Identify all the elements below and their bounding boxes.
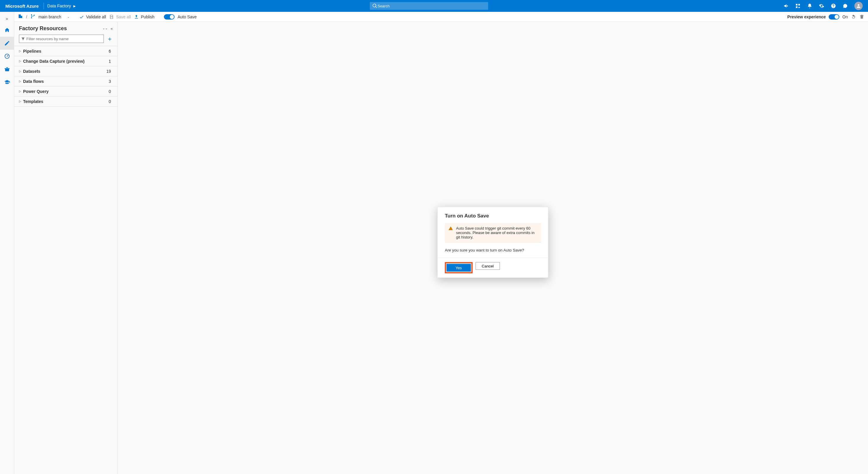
chevron-right-icon: ▷ <box>19 60 23 63</box>
nav-home[interactable] <box>0 24 14 37</box>
pencil-icon <box>4 40 10 46</box>
autosave-label: Auto Save <box>178 14 197 19</box>
header-icons <box>780 0 866 12</box>
settings-icon[interactable] <box>816 0 827 12</box>
search-icon <box>372 3 377 8</box>
service-breadcrumb[interactable]: Data Factory ▶ <box>45 4 78 8</box>
graduation-icon <box>4 79 10 85</box>
upload-icon <box>134 14 139 20</box>
save-icon <box>109 14 114 20</box>
resource-category[interactable]: ▷ Power Query 0 <box>14 86 118 96</box>
delete-button[interactable] <box>859 14 864 20</box>
save-all-button[interactable]: Save all <box>109 14 131 20</box>
cancel-button[interactable]: Cancel <box>476 262 500 270</box>
chevron-right-icon: ▷ <box>19 100 23 103</box>
collapse-panel-icon[interactable]: « <box>111 26 113 31</box>
warning-icon <box>448 226 453 240</box>
autosave-dialog: Turn on Auto Save Auto Save could trigge… <box>438 207 549 278</box>
preview-toggle[interactable] <box>829 14 839 20</box>
factory-resources-panel: Factory Resources ⌄⌄ « ＋ ▷ <box>14 22 118 474</box>
svg-point-0 <box>858 4 860 6</box>
autosave-toggle[interactable] <box>164 14 175 20</box>
canvas: Open an item Use the resource explorer t… <box>118 22 868 474</box>
nav-manage[interactable] <box>0 63 14 76</box>
filter-resources[interactable] <box>19 35 104 43</box>
resource-list: ▷ Pipelines 6 ▷ Change Data Capture (pre… <box>14 46 118 106</box>
service-name: Data Factory <box>47 4 71 8</box>
user-avatar[interactable] <box>855 2 863 10</box>
feedback-icon[interactable] <box>840 0 851 12</box>
svg-point-5 <box>34 15 35 16</box>
branch-dropdown[interactable]: main branch ⌄ <box>38 14 69 19</box>
filter-icon <box>21 37 25 41</box>
preview-state: On <box>842 14 848 19</box>
resource-category[interactable]: ▷ Change Data Capture (preview) 1 <box>14 56 118 66</box>
resource-category[interactable]: ▷ Templates 0 <box>14 96 118 106</box>
resource-category[interactable]: ▷ Datasets 19 <box>14 66 118 76</box>
branch-icon <box>30 13 35 20</box>
notifications-icon[interactable] <box>804 0 815 12</box>
gauge-icon <box>4 53 10 59</box>
toolbox-icon <box>4 66 10 72</box>
nav-author[interactable] <box>0 37 14 50</box>
announcements-icon[interactable] <box>780 0 792 12</box>
home-icon <box>4 27 10 33</box>
refresh-button[interactable] <box>851 14 856 20</box>
yes-button[interactable]: Yes <box>447 264 471 272</box>
azure-brand[interactable]: Microsoft Azure <box>2 4 42 8</box>
resources-title: Factory Resources <box>19 26 102 32</box>
tutorial-highlight: Yes <box>445 262 473 274</box>
validate-all-button[interactable]: Validate all <box>79 14 106 20</box>
chevron-right-icon: ▷ <box>19 80 23 83</box>
svg-point-2 <box>6 56 7 57</box>
expand-all-icon[interactable]: ⌄⌄ <box>102 26 108 31</box>
directory-icon[interactable] <box>792 0 804 12</box>
branch-name: main branch <box>38 14 61 19</box>
refresh-icon <box>851 14 856 20</box>
checkmark-icon <box>79 14 84 20</box>
search-input[interactable] <box>377 4 486 8</box>
dialog-warning: Auto Save could trigger git commit every… <box>445 223 541 243</box>
chevron-right-icon: ▷ <box>19 50 23 53</box>
publish-button[interactable]: Publish <box>134 14 154 20</box>
filter-input[interactable] <box>26 37 102 41</box>
chevron-right-icon: ▷ <box>19 69 23 73</box>
nav-learn[interactable] <box>0 76 14 89</box>
breadcrumb-sep: / <box>26 14 27 19</box>
divider <box>43 3 44 9</box>
data-factory-icon[interactable] <box>18 13 23 20</box>
chevron-right-icon: ▷ <box>19 90 23 93</box>
expand-nav-button[interactable]: » <box>0 13 14 24</box>
authoring-toolbar: / main branch ⌄ Validate all Save all Pu… <box>14 12 868 22</box>
left-nav: » <box>0 12 14 474</box>
help-icon[interactable] <box>828 0 839 12</box>
warning-text: Auto Save could trigger git commit every… <box>456 226 537 240</box>
azure-header: Microsoft Azure Data Factory ▶ <box>0 0 868 12</box>
preview-experience-label: Preview experience <box>787 14 826 19</box>
nav-monitor[interactable] <box>0 50 14 63</box>
add-resource-button[interactable]: ＋ <box>107 35 113 43</box>
resource-category[interactable]: ▷ Data flows 3 <box>14 76 118 86</box>
chevron-right-icon: ▶ <box>73 4 76 8</box>
dialog-title: Turn on Auto Save <box>445 213 541 219</box>
global-search[interactable] <box>370 2 488 10</box>
dialog-question: Are you sure you want to turn on Auto Sa… <box>445 248 541 252</box>
resource-category[interactable]: ▷ Pipelines 6 <box>14 46 118 56</box>
svg-point-3 <box>31 14 32 15</box>
svg-point-4 <box>31 18 32 18</box>
chevron-down-icon: ⌄ <box>67 15 69 18</box>
trash-icon <box>859 14 864 20</box>
